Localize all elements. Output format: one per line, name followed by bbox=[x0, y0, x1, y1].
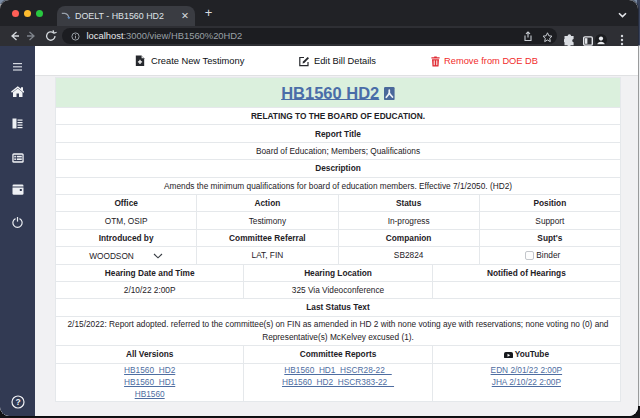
svg-text:?: ? bbox=[15, 397, 20, 407]
